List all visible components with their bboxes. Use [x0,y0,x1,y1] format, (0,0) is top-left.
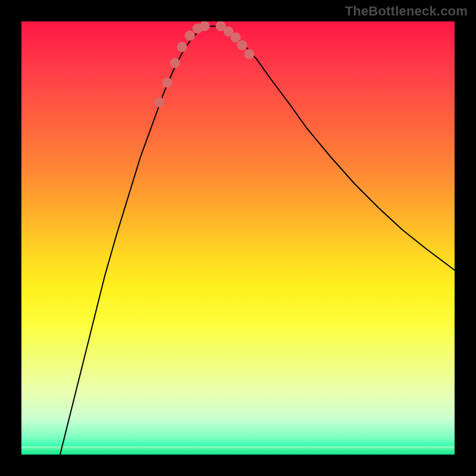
heat-gradient-background [21,21,455,455]
plot-area [21,21,455,455]
chart-frame: TheBottleneck.com [0,0,476,476]
watermark-text: TheBottleneck.com [345,4,468,19]
optimal-zone-band [21,446,455,455]
